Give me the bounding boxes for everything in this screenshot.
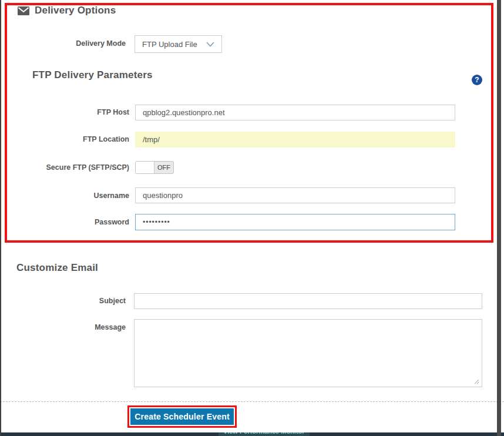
customize-email-title: Customize Email	[16, 262, 98, 274]
create-scheduler-event-button[interactable]: Create Scheduler Event	[130, 408, 234, 425]
password-input[interactable]	[135, 214, 455, 230]
username-input[interactable]	[135, 187, 455, 203]
delivery-mode-select[interactable]: FTP Upload File	[135, 35, 222, 53]
subject-input[interactable]	[134, 293, 482, 309]
ftp-location-input[interactable]	[135, 132, 455, 147]
window-left-edge	[0, 0, 1, 436]
chevron-down-icon	[206, 42, 214, 47]
annotation-red-button-box: Create Scheduler Event	[127, 405, 237, 428]
dashed-divider	[0, 401, 504, 402]
subject-label: Subject	[23, 297, 126, 305]
ftp-host-label: FTP Host	[23, 108, 129, 116]
password-label: Password	[23, 218, 129, 226]
delivery-mode-label: Delivery Mode	[20, 39, 126, 48]
bottom-clipped-bar: View Performance Monitor	[0, 432, 504, 436]
delivery-mode-value: FTP Upload File	[142, 40, 197, 49]
delivery-options-header: Delivery Options	[18, 5, 116, 16]
message-textarea[interactable]	[134, 319, 482, 387]
message-label: Message	[23, 323, 126, 331]
ftp-section-title: FTP Delivery Parameters	[32, 69, 153, 81]
secure-ftp-label: Secure FTP (SFTP/SCP)	[23, 163, 129, 172]
toggle-state-label: OFF	[154, 162, 173, 173]
ftp-location-label: FTP Location	[23, 135, 129, 143]
view-performance-monitor-partial[interactable]: View Performance Monitor	[219, 432, 310, 436]
secure-ftp-toggle[interactable]: OFF	[135, 161, 174, 174]
help-icon-glyph: ?	[475, 76, 479, 84]
vertical-scrollbar[interactable]	[497, 0, 501, 436]
scheduler-delivery-page: Delivery Options Delivery Mode FTP Uploa…	[0, 0, 504, 436]
username-label: Username	[23, 192, 129, 200]
envelope-icon	[18, 6, 29, 15]
ftp-host-input[interactable]	[135, 105, 455, 120]
help-icon[interactable]: ?	[472, 75, 482, 85]
page-title: Delivery Options	[35, 5, 116, 16]
toggle-knob	[136, 162, 154, 173]
